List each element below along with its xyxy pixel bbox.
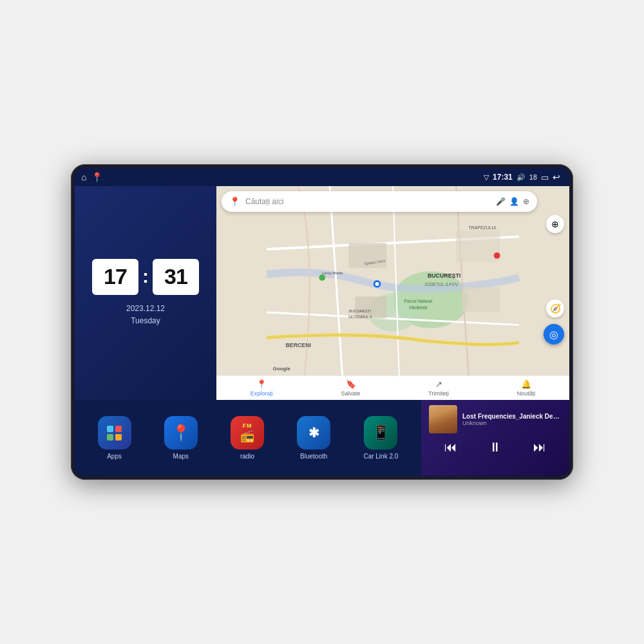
main-area: 17 : 31 2023.12.12 Tuesday 📍 Căutați aic… xyxy=(75,186,569,476)
clock-colon: : xyxy=(142,265,149,287)
clock-minutes: 31 xyxy=(153,259,199,295)
status-left-icons: ⌂ 📍 xyxy=(81,172,102,182)
maps-pin-icon[interactable]: 📍 xyxy=(91,172,102,182)
carlink-icon: 📱 xyxy=(372,424,390,441)
svg-text:SECTORUL 4: SECTORUL 4 xyxy=(348,315,372,319)
news-label: Noutăți xyxy=(517,390,536,397)
layers-icon[interactable]: ⊕ xyxy=(523,197,529,206)
svg-rect-5 xyxy=(456,231,500,262)
radio-wave-icon: 📻 xyxy=(240,429,254,443)
radio-icon: FM 📻 xyxy=(231,416,264,450)
map-compass-button[interactable]: 🧭 xyxy=(546,299,564,317)
radio-label: radio xyxy=(240,453,254,460)
music-player: Lost Frequencies_Janieck Devy-... Unknow… xyxy=(421,400,569,476)
top-section: 17 : 31 2023.12.12 Tuesday 📍 Căutați aic… xyxy=(75,186,569,400)
svg-text:Google: Google xyxy=(273,366,291,372)
map-nav-send[interactable]: ↗ Trimiteți xyxy=(428,379,449,397)
explore-label: Explorați xyxy=(251,390,273,397)
map-nav-news[interactable]: 🔔 Noutăți xyxy=(517,379,536,397)
home-icon[interactable]: ⌂ xyxy=(81,172,86,182)
svg-point-18 xyxy=(375,282,379,286)
maps-label: Maps xyxy=(173,453,189,460)
carlink-label: Car Link 2.0 xyxy=(363,453,398,460)
music-thumbnail xyxy=(429,405,457,433)
svg-text:BUCUREȘTI: BUCUREȘTI xyxy=(428,272,460,279)
status-bar: ⌂ 📍 ▽ 17:31 🔊 18 ▭ ↩ xyxy=(75,168,569,186)
music-title: Lost Frequencies_Janieck Devy-... xyxy=(462,413,562,420)
map-layers-button[interactable]: ⊕ xyxy=(546,215,564,233)
apps-grid xyxy=(106,424,123,442)
bottom-section: Apps 📍 Maps FM 📻 radio xyxy=(75,400,569,476)
fm-label: FM xyxy=(243,422,252,429)
svg-point-19 xyxy=(494,252,500,259)
svg-text:TRAPEZULUI: TRAPEZULUI xyxy=(469,225,497,230)
battery-icon: ▭ xyxy=(541,173,549,182)
volume-icon: 🔊 xyxy=(516,173,526,182)
map-nav-saved[interactable]: 🔖 Salvate xyxy=(341,379,361,397)
maps-pin-icon: 📍 xyxy=(171,424,191,442)
music-controls: ⏮ ⏸ ⏭ xyxy=(429,437,562,457)
app-item-radio[interactable]: FM 📻 radio xyxy=(231,416,264,460)
svg-text:BERCENI: BERCENI xyxy=(285,342,311,348)
music-play-pause-button[interactable]: ⏸ xyxy=(484,439,507,456)
maps-icon: 📍 xyxy=(164,416,198,450)
send-label: Trimiteți xyxy=(428,390,449,397)
map-location-button[interactable]: ◎ xyxy=(544,324,564,345)
svg-text:JUDEȚUL ILFOV: JUDEȚUL ILFOV xyxy=(424,282,459,287)
saved-label: Salvate xyxy=(341,390,361,397)
app-item-carlink[interactable]: 📱 Car Link 2.0 xyxy=(363,416,398,460)
apps-label: Apps xyxy=(107,453,122,460)
carlink-icon-wrap: 📱 xyxy=(364,416,397,450)
music-info: Lost Frequencies_Janieck Devy-... Unknow… xyxy=(462,413,562,426)
saved-icon: 🔖 xyxy=(346,379,356,389)
search-action-icons: 🎤 👤 ⊕ xyxy=(496,197,529,206)
svg-point-14 xyxy=(319,274,325,281)
clock-hours: 17 xyxy=(92,259,138,295)
music-prev-button[interactable]: ⏮ xyxy=(439,439,462,456)
app-item-bluetooth[interactable]: ✱ Bluetooth xyxy=(297,416,330,460)
svg-text:Parcul Natural: Parcul Natural xyxy=(404,299,432,303)
location-icon: ▽ xyxy=(484,173,489,182)
map-body[interactable]: BERCENI BUCUREȘTI JUDEȚUL ILFOV TRAPEZUL… xyxy=(216,186,569,375)
signal-strength: 18 xyxy=(529,173,537,181)
clock-display: 17 : 31 xyxy=(92,259,199,295)
microphone-icon[interactable]: 🎤 xyxy=(496,197,506,206)
map-bottom-nav: 📍 Explorați 🔖 Salvate ↗ Trimiteți 🔔 xyxy=(216,375,569,400)
bluetooth-label: Bluetooth xyxy=(300,453,327,460)
clock-date: 2023.12.12 Tuesday xyxy=(126,303,165,327)
svg-rect-6 xyxy=(462,287,500,312)
search-placeholder[interactable]: Căutați aici xyxy=(245,197,491,206)
music-next-button[interactable]: ⏭ xyxy=(528,439,551,456)
bluetooth-symbol: ✱ xyxy=(308,425,319,440)
clock-panel: 17 : 31 2023.12.12 Tuesday xyxy=(75,186,216,400)
map-panel[interactable]: 📍 Căutați aici 🎤 👤 ⊕ xyxy=(216,186,569,400)
send-icon: ↗ xyxy=(435,379,442,389)
map-svg: BERCENI BUCUREȘTI JUDEȚUL ILFOV TRAPEZUL… xyxy=(216,186,569,375)
news-icon: 🔔 xyxy=(521,379,531,389)
music-top-row: Lost Frequencies_Janieck Devy-... Unknow… xyxy=(429,405,562,433)
app-item-maps[interactable]: 📍 Maps xyxy=(164,416,198,460)
app-item-apps[interactable]: Apps xyxy=(98,416,131,460)
status-right-icons: ▽ 17:31 🔊 18 ▭ ↩ xyxy=(484,172,560,182)
map-search-bar[interactable]: 📍 Căutați aici 🎤 👤 ⊕ xyxy=(222,191,537,212)
explore-icon: 📍 xyxy=(256,379,267,389)
device-screen: ⌂ 📍 ▽ 17:31 🔊 18 ▭ ↩ 17 : xyxy=(75,168,569,476)
apps-area: Apps 📍 Maps FM 📻 radio xyxy=(75,400,421,476)
svg-text:Leroy Merlin: Leroy Merlin xyxy=(322,271,343,275)
device-frame: ⌂ 📍 ▽ 17:31 🔊 18 ▭ ↩ 17 : xyxy=(71,164,573,480)
status-time: 17:31 xyxy=(493,173,513,182)
music-album-art xyxy=(429,405,457,433)
music-artist: Unknown xyxy=(462,420,562,426)
map-nav-explore[interactable]: 📍 Explorați xyxy=(251,379,273,397)
back-icon[interactable]: ↩ xyxy=(553,172,560,182)
svg-text:BUCUREȘTI: BUCUREȘTI xyxy=(349,309,371,313)
svg-text:Văcărești: Văcărești xyxy=(409,305,428,310)
bluetooth-icon-wrap: ✱ xyxy=(297,416,330,450)
maps-logo-icon: 📍 xyxy=(229,196,240,207)
apps-icon xyxy=(98,416,131,450)
profile-icon[interactable]: 👤 xyxy=(509,197,519,206)
